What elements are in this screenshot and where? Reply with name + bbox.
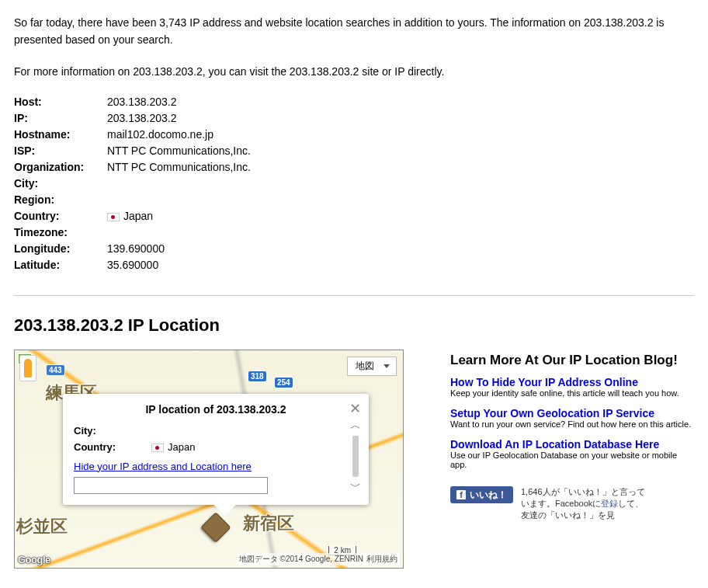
japan-flag-icon xyxy=(151,444,164,452)
facebook-like-text: 1,646人が「いいね！」と言っています。Facebookに登録して、友達の「い… xyxy=(521,486,645,521)
sidebar: Learn More At Our IP Location Blog! How … xyxy=(450,350,694,569)
info-city-label: City: xyxy=(74,423,151,440)
facebook-register-link[interactable]: 登録 xyxy=(601,499,618,508)
blog-link-setup-service[interactable]: Setup Your Own Geolocation IP Service xyxy=(450,407,694,419)
hide-ip-link[interactable]: Hide your IP address and Location here xyxy=(74,461,252,472)
intro-paragraph-2: For more information on 203.138.203.2, y… xyxy=(14,63,694,80)
close-icon[interactable]: ✕ xyxy=(349,402,361,416)
map-terms-link[interactable]: 利用規約 xyxy=(364,553,400,565)
hostname-label: Hostname: xyxy=(14,127,107,143)
map-type-select[interactable]: 地図 xyxy=(347,357,397,376)
map-district-shinjuku: 新宿区 xyxy=(243,512,294,535)
ip-value: 203.138.203.2 xyxy=(107,110,177,127)
section-divider xyxy=(14,295,694,296)
blog-link-hide-ip[interactable]: How To Hide Your IP Address Online xyxy=(450,376,694,388)
scroll-up-icon[interactable]: ︿ xyxy=(350,419,361,433)
info-input[interactable] xyxy=(74,477,268,494)
org-value: NTT PC Communications,Inc. xyxy=(107,159,251,176)
lon-label: Longitude: xyxy=(14,241,107,257)
google-logo: Google xyxy=(18,554,50,565)
lat-value: 35.690000 xyxy=(107,257,158,273)
host-value: 203.138.203.2 xyxy=(107,94,177,110)
blog-desc: Use our IP Geolocation Database on your … xyxy=(450,451,694,469)
org-label: Organization: xyxy=(14,159,107,176)
map-attribution: 地図データ ©2014 Google, ZENRIN xyxy=(237,553,366,565)
streetview-pegman-icon[interactable] xyxy=(19,355,36,381)
scroll-down-icon[interactable]: ﹀ xyxy=(350,480,361,494)
blog-desc: Want to run your own service? Find out h… xyxy=(450,419,694,429)
city-label: City: xyxy=(14,176,107,192)
info-country-label: Country: xyxy=(74,440,151,456)
map-info-window: ✕ ︿ ﹀ IP location of 203.138.203.2 City:… xyxy=(63,394,369,505)
timezone-label: Timezone: xyxy=(14,224,107,241)
isp-label: ISP: xyxy=(14,143,107,159)
info-country-value: Japan xyxy=(151,440,195,456)
info-window-title: IP location of 203.138.203.2 xyxy=(74,403,358,416)
scroll-track[interactable] xyxy=(352,436,359,477)
blog-link-download-db[interactable]: Download An IP Location Database Here xyxy=(450,438,694,451)
blog-desc: Keep your identity safe online, this art… xyxy=(450,388,694,398)
japan-flag-icon xyxy=(107,213,120,221)
country-value: Japan xyxy=(107,208,153,224)
facebook-icon: f xyxy=(456,490,466,499)
ip-location-heading: 203.138.203.2 IP Location xyxy=(14,315,694,336)
intro-paragraph-1: So far today, there have been 3,743 IP a… xyxy=(14,14,694,49)
map-container[interactable]: 443 318 254 練馬区 新宿区 杉並区 CT 地図 ✕ ︿ ﹀ IP l… xyxy=(14,350,404,569)
route-badge: 443 xyxy=(46,364,65,376)
region-label: Region: xyxy=(14,192,107,208)
hostname-value: mail102.docomo.ne.jp xyxy=(107,127,213,143)
host-label: Host: xyxy=(14,94,107,110)
route-badge: 318 xyxy=(248,371,267,382)
map-district-suginami: 杉並区 xyxy=(16,515,68,538)
facebook-like-widget: fいいね！ 1,646人が「いいね！」と言っています。Facebookに登録して… xyxy=(450,486,694,521)
ip-details-table: Host:203.138.203.2 IP:203.138.203.2 Host… xyxy=(14,94,694,273)
ip-label: IP: xyxy=(14,110,107,127)
isp-value: NTT PC Communications,Inc. xyxy=(107,143,251,159)
country-label: Country: xyxy=(14,208,107,224)
sidebar-title: Learn More At Our IP Location Blog! xyxy=(450,353,694,368)
lon-value: 139.690000 xyxy=(107,241,165,257)
info-scrollbar[interactable]: ︿ ﹀ xyxy=(350,419,361,494)
lat-label: Latitude: xyxy=(14,257,107,273)
route-badge: 254 xyxy=(274,377,293,388)
facebook-like-button[interactable]: fいいね！ xyxy=(450,486,513,503)
